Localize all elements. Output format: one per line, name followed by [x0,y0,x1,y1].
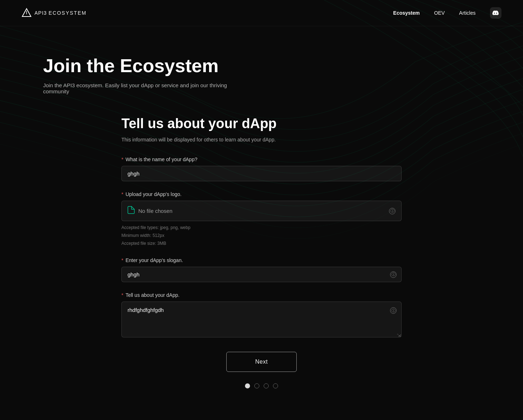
no-file-chosen-text: No file chosen [138,208,172,214]
about-label: * Tell us about your dApp. [121,292,402,298]
logo[interactable]: API3 ECOSYSTEM [22,8,87,18]
file-hint-size: Accepted file size: 3MB [121,240,402,248]
form-description: This information will be displayed for o… [121,136,402,144]
file-upload-box[interactable]: No file chosen ⓘ [121,201,402,221]
logo-label: * Upload your dApp's logo. [121,191,402,197]
navbar-links: Ecosystem OEV Articles [393,7,501,19]
name-label: * What is the name of your dApp? [121,157,402,162]
slogan-label: * Enter your dApp's slogan. [121,257,402,263]
hero-section: Join the Ecosystem Join the API3 ecosyst… [0,26,523,109]
hero-title: Join the Ecosystem [43,55,494,76]
nav-articles[interactable]: Articles [459,10,476,16]
form-title: Tell us about your dApp [121,116,402,131]
slogan-input[interactable] [121,267,402,282]
file-upload-left: No file chosen [128,206,172,216]
about-required: * [121,292,123,298]
next-button[interactable]: Next [226,352,297,372]
hero-subtitle: Join the API3 ecosystem. Easily list you… [43,82,230,94]
progress-dot-1 [245,383,250,388]
name-required: * [121,157,123,162]
file-hint-types: Accepted file types: jpeg, png, webp [121,224,402,232]
progress-dots [121,383,402,388]
name-input-wrapper [121,166,402,181]
progress-dot-4 [273,383,278,388]
about-textarea[interactable]: rhdfghdfghfgdh [121,302,402,337]
form-group-about: * Tell us about your dApp. rhdfghdfghfgd… [121,292,402,339]
logo-required: * [121,191,123,197]
progress-dot-2 [254,383,259,388]
navbar: API3 ECOSYSTEM Ecosystem OEV Articles [0,0,523,26]
form-group-name: * What is the name of your dApp? [121,157,402,181]
logo-info-icon[interactable]: ⓘ [389,208,395,214]
nav-oev[interactable]: OEV [434,10,445,16]
resize-handle: ⤡ [397,332,400,337]
logo-text: API3 ECOSYSTEM [34,10,87,16]
form-card: Tell us about your dApp This information… [121,116,402,403]
api3-logo-icon [22,8,32,18]
name-input[interactable] [121,166,402,181]
about-textarea-wrapper: rhdfghdfghfgdh ⓘ ⤡ [121,302,402,339]
slogan-required: * [121,257,123,263]
progress-dot-3 [264,383,269,388]
main-content: Tell us about your dApp This information… [0,109,523,420]
nav-ecosystem[interactable]: Ecosystem [393,10,420,16]
next-button-wrapper: Next [121,352,402,372]
file-hint-width: Minimum width: 512px [121,232,402,240]
form-group-slogan: * Enter your dApp's slogan. ⓘ [121,257,402,282]
slogan-input-wrapper: ⓘ [121,267,402,282]
discord-icon[interactable] [490,7,501,19]
file-hints: Accepted file types: jpeg, png, webp Min… [121,224,402,247]
file-icon [128,206,135,216]
form-group-logo: * Upload your dApp's logo. No file chose… [121,191,402,247]
slogan-info-icon[interactable]: ⓘ [390,271,397,278]
